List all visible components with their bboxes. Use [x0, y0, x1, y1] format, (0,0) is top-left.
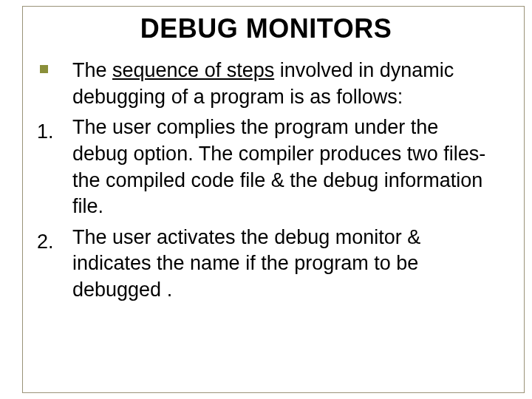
slide-frame [22, 6, 525, 393]
